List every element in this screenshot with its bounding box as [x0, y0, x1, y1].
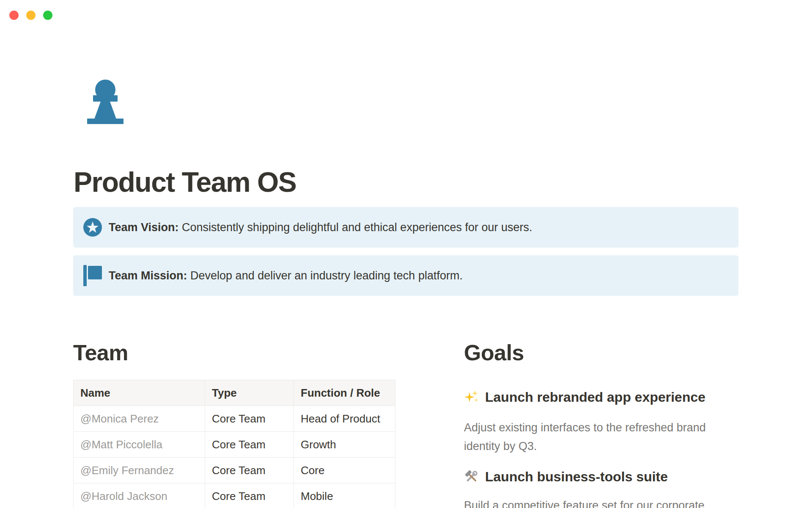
notion-window: Product Team OS Team Vision: Consistentl… [0, 0, 812, 508]
team-vision-text: Team Vision: Consistently shipping delig… [109, 219, 532, 236]
pawn-icon[interactable] [87, 79, 123, 124]
role-cell: Head of Product [294, 406, 395, 432]
table-row: @Matt Piccolella Core Team Growth [74, 432, 395, 458]
goal-title: Launch rebranded app experience [464, 389, 743, 406]
goal-title: Launch business-tools suite [464, 468, 743, 485]
type-cell: Core Team [205, 483, 294, 508]
table-header-row: Name Type Function / Role [74, 380, 395, 406]
column-header-role: Function / Role [294, 380, 395, 406]
goal-description: Build a competitive feature set for our … [464, 496, 743, 508]
table-row: @Emily Fernandez Core Team Core [74, 458, 395, 483]
role-cell: Mobile [294, 483, 395, 508]
team-vision-callout: Team Vision: Consistently shipping delig… [73, 207, 738, 248]
role-cell: Core [294, 458, 395, 483]
team-mission-text: Team Mission: Develop and deliver an ind… [109, 267, 463, 284]
goal-title-text: Launch rebranded app experience [485, 389, 705, 406]
goal-title-text: Launch business-tools suite [485, 468, 668, 485]
page-title: Product Team OS [74, 166, 296, 198]
star-badge-icon [83, 217, 102, 238]
column-header-name: Name [74, 380, 205, 406]
goals-heading: Goals [464, 340, 743, 366]
table-row: @Harold Jackson Core Team Mobile [74, 483, 395, 508]
team-heading: Team [73, 340, 395, 366]
window-controls [9, 11, 52, 20]
goal-item: Launch business-tools suite Build a comp… [464, 468, 743, 508]
goal-item: Launch rebranded app experience Adjust e… [464, 389, 743, 456]
person-mention[interactable]: @Matt Piccolella [80, 438, 162, 451]
zoom-button[interactable] [43, 11, 52, 20]
sparkles-emoji [464, 389, 479, 405]
close-button[interactable] [9, 11, 19, 20]
flag-icon [83, 265, 102, 286]
type-cell: Core Team [205, 458, 294, 483]
person-mention[interactable]: @Harold Jackson [80, 490, 167, 502]
team-mission-label: Team Mission: [109, 269, 187, 282]
team-table: Name Type Function / Role @Monica Perez … [73, 380, 395, 508]
team-mission-callout: Team Mission: Develop and deliver an ind… [73, 255, 738, 296]
minimize-button[interactable] [26, 11, 36, 20]
table-row: @Monica Perez Core Team Head of Product [74, 406, 395, 432]
team-vision-body: Consistently shipping delightful and eth… [179, 221, 532, 234]
goal-description: Adjust existing interfaces to the refres… [464, 418, 743, 456]
hammer-wrench-emoji [464, 469, 479, 484]
role-cell: Growth [294, 432, 395, 458]
person-mention[interactable]: @Monica Perez [80, 412, 159, 425]
goals-section: Goals Launch rebranded app experience Ad… [464, 340, 743, 508]
person-mention[interactable]: @Emily Fernandez [80, 464, 174, 477]
team-vision-label: Team Vision: [109, 221, 179, 234]
column-header-type: Type [205, 380, 294, 406]
type-cell: Core Team [205, 406, 294, 432]
type-cell: Core Team [205, 432, 294, 458]
team-section: Team Name Type Function / Role @Monica P… [73, 340, 395, 508]
team-mission-body: Develop and deliver an industry leading … [187, 269, 463, 282]
